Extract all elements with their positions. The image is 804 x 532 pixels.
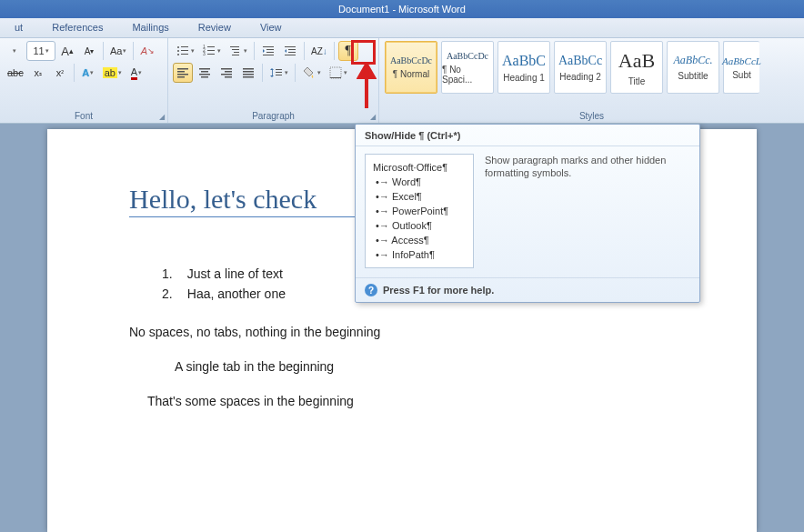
svg-rect-11 bbox=[207, 54, 215, 55]
style-normal[interactable]: AaBbCcDc¶ Normal bbox=[385, 41, 437, 94]
svg-rect-28 bbox=[199, 68, 210, 70]
shading-button[interactable]: ▾ bbox=[299, 63, 324, 83]
svg-rect-31 bbox=[201, 76, 208, 78]
group-font: ▾ 11▾ A▴ A▾ Aa▾ A↘ abc x₂ x² A▾ ab▾ A▾ F… bbox=[0, 38, 168, 123]
svg-rect-3 bbox=[181, 50, 188, 51]
ribbon-tabs: ut References Mailings Review View bbox=[0, 18, 804, 38]
group-styles: AaBbCcDc¶ Normal AaBbCcDc¶ No Spaci... A… bbox=[379, 38, 804, 123]
style-title[interactable]: AaBTitle bbox=[610, 41, 663, 94]
ribbon: ▾ 11▾ A▴ A▾ Aa▾ A↘ abc x₂ x² A▾ ab▾ A▾ F… bbox=[0, 38, 804, 124]
paragraph-text[interactable]: A single tab in the beginning bbox=[129, 359, 675, 374]
paragraph-text[interactable]: That's some spaces in the beginning bbox=[129, 394, 675, 408]
svg-rect-16 bbox=[263, 46, 274, 47]
highlight-button[interactable]: ab▾ bbox=[100, 63, 125, 83]
svg-rect-9 bbox=[207, 50, 215, 51]
svg-rect-19 bbox=[263, 55, 274, 55]
borders-button[interactable]: ▾ bbox=[326, 63, 350, 83]
align-left-button[interactable] bbox=[173, 63, 193, 83]
tooltip-preview: Microsoft·Office¶ •→ Word¶ •→ Excel¶ •→ … bbox=[365, 154, 474, 268]
svg-rect-32 bbox=[221, 68, 232, 70]
align-right-button[interactable] bbox=[216, 63, 236, 83]
style-subtitle[interactable]: AaBbCc.Subtitle bbox=[667, 41, 719, 94]
svg-rect-5 bbox=[181, 54, 188, 55]
bullets-button[interactable]: ▾ bbox=[173, 41, 197, 61]
grow-font-button[interactable]: A▴ bbox=[57, 41, 77, 61]
tab-view[interactable]: View bbox=[246, 18, 296, 37]
group-label-styles: Styles bbox=[379, 111, 804, 123]
superscript-button[interactable]: x² bbox=[50, 63, 70, 83]
svg-rect-15 bbox=[232, 55, 239, 55]
tooltip-supertip: Show/Hide ¶ (Ctrl+*) Microsoft·Office¶ •… bbox=[355, 124, 700, 303]
svg-rect-34 bbox=[221, 74, 232, 75]
svg-rect-40 bbox=[272, 70, 273, 75]
subscript-button[interactable]: x₂ bbox=[28, 63, 48, 83]
style-subtle-emphasis[interactable]: AaBbCcLSubt bbox=[723, 41, 759, 94]
sort-button[interactable]: AZ↓ bbox=[308, 41, 330, 61]
line-spacing-button[interactable]: ▾ bbox=[266, 63, 291, 83]
tab-references[interactable]: References bbox=[37, 18, 117, 37]
tooltip-description: Show paragraph marks and other hidden fo… bbox=[485, 154, 690, 268]
svg-text:3: 3 bbox=[203, 51, 206, 56]
tooltip-footer: ? Press F1 for more help. bbox=[356, 277, 699, 302]
svg-rect-24 bbox=[177, 68, 188, 70]
font-name-dropdown[interactable]: ▾ bbox=[5, 41, 25, 61]
clear-formatting-button[interactable]: A↘ bbox=[137, 41, 157, 61]
text-effects-button[interactable]: A▾ bbox=[78, 63, 98, 83]
align-center-button[interactable] bbox=[195, 63, 215, 83]
svg-point-4 bbox=[177, 54, 179, 55]
svg-rect-26 bbox=[177, 74, 188, 75]
svg-rect-43 bbox=[276, 75, 282, 75]
svg-rect-23 bbox=[285, 55, 296, 55]
group-label-font: Font◢ bbox=[0, 111, 167, 123]
decrease-indent-button[interactable] bbox=[258, 41, 278, 61]
paragraph-text[interactable]: No spaces, no tabs, nothing in the begin… bbox=[129, 325, 675, 339]
font-size-dropdown[interactable]: 11▾ bbox=[26, 41, 55, 61]
shrink-font-button[interactable]: A▾ bbox=[79, 41, 99, 61]
svg-rect-22 bbox=[288, 52, 296, 53]
tab-review[interactable]: Review bbox=[184, 18, 246, 37]
svg-rect-25 bbox=[177, 71, 185, 73]
svg-rect-1 bbox=[181, 46, 188, 47]
svg-rect-18 bbox=[266, 52, 274, 53]
svg-rect-33 bbox=[225, 71, 232, 73]
tooltip-title: Show/Hide ¶ (Ctrl+*) bbox=[356, 125, 699, 146]
font-dialog-launcher-icon[interactable]: ◢ bbox=[159, 113, 165, 121]
svg-rect-37 bbox=[243, 71, 254, 73]
svg-rect-30 bbox=[199, 74, 210, 75]
svg-point-0 bbox=[177, 46, 179, 48]
multilevel-list-button[interactable]: ▾ bbox=[226, 41, 250, 61]
svg-rect-35 bbox=[225, 76, 232, 78]
svg-rect-20 bbox=[285, 46, 296, 47]
group-label-paragraph: Paragraph◢ bbox=[168, 111, 378, 123]
svg-rect-41 bbox=[276, 69, 282, 70]
svg-rect-14 bbox=[234, 52, 239, 53]
tab-mailings[interactable]: Mailings bbox=[117, 18, 183, 37]
svg-rect-45 bbox=[330, 77, 341, 78]
svg-rect-13 bbox=[232, 49, 239, 50]
numbering-button[interactable]: 123▾ bbox=[199, 41, 224, 61]
change-case-button[interactable]: Aa▾ bbox=[107, 41, 129, 61]
help-icon: ? bbox=[365, 284, 377, 296]
increase-indent-button[interactable] bbox=[280, 41, 300, 61]
svg-rect-29 bbox=[201, 71, 208, 73]
svg-rect-36 bbox=[243, 68, 254, 70]
annotation-highlight-box bbox=[351, 40, 376, 65]
svg-rect-17 bbox=[266, 49, 274, 50]
font-color-button[interactable]: A▾ bbox=[126, 63, 146, 83]
tab-layout-partial[interactable]: ut bbox=[0, 18, 37, 37]
svg-rect-44 bbox=[330, 67, 341, 78]
style-no-spacing[interactable]: AaBbCcDc¶ No Spaci... bbox=[441, 41, 494, 94]
svg-point-2 bbox=[177, 50, 179, 52]
title-bar: Document1 - Microsoft Word bbox=[0, 0, 804, 18]
style-heading-1[interactable]: AaBbCHeading 1 bbox=[497, 41, 550, 94]
svg-rect-38 bbox=[243, 74, 254, 75]
svg-rect-42 bbox=[276, 72, 282, 73]
justify-button[interactable] bbox=[238, 63, 258, 83]
group-paragraph: ▾ 123▾ ▾ AZ↓ ¶ ▾ ▾ ▾ bbox=[168, 38, 379, 123]
paragraph-dialog-launcher-icon[interactable]: ◢ bbox=[370, 113, 376, 121]
annotation-arrow-icon bbox=[357, 65, 377, 110]
svg-rect-12 bbox=[230, 46, 239, 47]
style-heading-2[interactable]: AaBbCcHeading 2 bbox=[554, 41, 607, 94]
svg-rect-21 bbox=[288, 49, 296, 50]
strikethrough-button[interactable]: abc bbox=[5, 63, 26, 83]
